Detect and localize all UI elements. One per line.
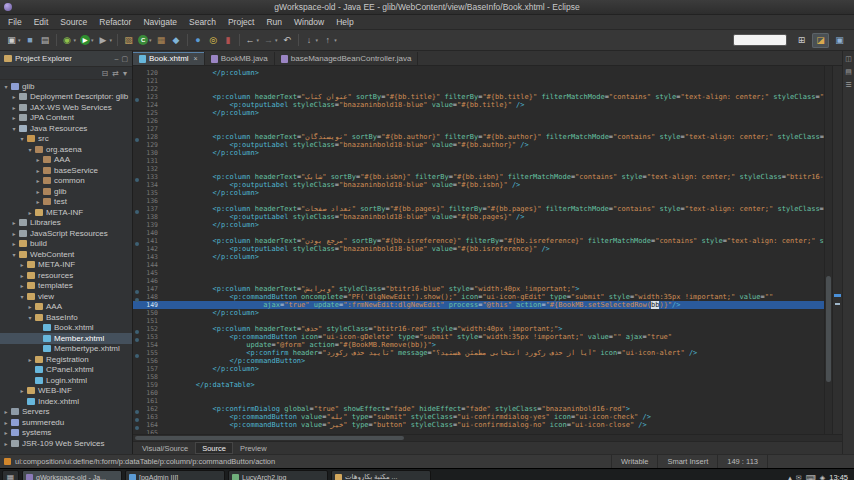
tree-item-libraries[interactable]: ▸Libraries xyxy=(0,218,132,229)
expand-arrow-icon[interactable]: ▸ xyxy=(10,93,18,100)
line-number[interactable]: 125 xyxy=(141,109,162,117)
forward-button[interactable]: →▾ xyxy=(261,32,280,48)
annotation-ruler-cell[interactable] xyxy=(133,397,141,405)
code-line-141[interactable]: 141 <p:column headerText="مرجع بودن" sor… xyxy=(133,237,824,245)
expand-arrow-icon[interactable]: ▾ xyxy=(26,314,34,321)
tree-item-registration[interactable]: ▸Registration xyxy=(0,354,132,365)
expand-arrow-icon[interactable]: ▸ xyxy=(34,198,42,205)
code-line-157[interactable]: 157 </p:column> xyxy=(133,365,824,373)
code-line-127[interactable]: 127 xyxy=(133,125,824,133)
menu-file[interactable]: File xyxy=(2,15,28,29)
quick-access-input[interactable] xyxy=(733,34,787,46)
code-line-143[interactable]: 143 </p:column> xyxy=(133,253,824,261)
tree-item-servers[interactable]: ▸Servers xyxy=(0,407,132,418)
view-menu-icon[interactable]: ▾ xyxy=(123,69,127,78)
code-line-154[interactable]: 154 update="@form" action="#{BookMB.Remo… xyxy=(133,341,824,349)
annotation-ruler-cell[interactable] xyxy=(133,389,141,397)
expand-arrow-icon[interactable]: ▾ xyxy=(10,251,18,258)
taskbar-item-gworkspace-old-ja[interactable]: gWorkspace-old - Ja... xyxy=(22,470,122,480)
menu-window[interactable]: Window xyxy=(288,15,330,29)
expand-arrow-icon[interactable]: ▾ xyxy=(18,135,26,142)
line-number[interactable]: 130 xyxy=(141,149,162,157)
insert-mode-indicator[interactable]: Smart Insert xyxy=(657,455,717,468)
annotation-ruler-cell[interactable] xyxy=(133,277,141,285)
annotation-ruler-cell[interactable] xyxy=(133,109,141,117)
expand-arrow-icon[interactable]: ▸ xyxy=(18,261,26,268)
annotation-ruler-cell[interactable] xyxy=(133,421,141,429)
coverage-button[interactable]: ▮ xyxy=(221,32,236,48)
line-number[interactable]: 158 xyxy=(141,373,162,381)
line-number[interactable]: 160 xyxy=(141,389,162,397)
code-line-162[interactable]: 162 <p:confirmDialog global="true" showE… xyxy=(133,405,824,413)
code-line-161[interactable]: 161 xyxy=(133,397,824,405)
project-explorer-header[interactable]: Project Explorer –▢ xyxy=(0,51,132,67)
tree-item-view[interactable]: ▾view xyxy=(0,291,132,302)
line-number[interactable]: 150 xyxy=(141,309,162,317)
tray-network-icon[interactable]: ◈ xyxy=(820,473,825,480)
overview-current-line-mark[interactable] xyxy=(834,294,841,297)
overview-occurrence-mark[interactable] xyxy=(835,303,840,305)
annotation-ruler-cell[interactable] xyxy=(133,157,141,165)
editor-mode-tab-visual-source[interactable]: Visual/Source xyxy=(135,442,195,454)
expand-arrow-icon[interactable]: ▾ xyxy=(26,146,34,153)
code-line-139[interactable]: 139 </p:column> xyxy=(133,221,824,229)
run-button[interactable]: ▶▾ xyxy=(78,32,96,48)
code-line-160[interactable]: 160 xyxy=(133,389,824,397)
tree-item-meta-inf[interactable]: ▸META-INF xyxy=(0,260,132,271)
overview-ruler[interactable] xyxy=(832,66,842,434)
line-number[interactable]: 131 xyxy=(141,157,162,165)
annotation-ruler-cell[interactable] xyxy=(133,205,141,213)
annotation-ruler-cell[interactable] xyxy=(133,413,141,421)
annotation-ruler-cell[interactable] xyxy=(133,253,141,261)
code-line-149[interactable]: 149 ajax="true" update=":frmNewEdit:dlgN… xyxy=(133,301,824,309)
tray-expand-icon[interactable]: ▴ xyxy=(788,473,792,480)
taskbar-item-window-3[interactable]: مكتبة بكاروهات ... xyxy=(331,470,431,480)
code-line-156[interactable]: 156 </p:commandButton> xyxy=(133,357,824,365)
tree-item-systems[interactable]: ▸systems xyxy=(0,428,132,439)
annotation-ruler-cell[interactable] xyxy=(133,301,141,309)
annotation-ruler-cell[interactable] xyxy=(133,77,141,85)
breadcrumb[interactable]: ui:composition/ui:define/h:form/p:dataTa… xyxy=(0,455,611,468)
tree-item-deployment-descriptor-glib[interactable]: ▸Deployment Descriptor: glib xyxy=(0,92,132,103)
editor-tab-bookmb-java[interactable]: BookMB.java xyxy=(205,52,275,65)
line-number[interactable]: 138 xyxy=(141,213,162,221)
expand-arrow-icon[interactable]: ▸ xyxy=(34,188,42,195)
tree-item-book-xhtml[interactable]: Book.xhtml xyxy=(0,323,132,334)
tree-item-jax-ws-web-services[interactable]: ▸JAX-WS Web Services xyxy=(0,102,132,113)
menu-help[interactable]: Help xyxy=(330,15,359,29)
expand-arrow-icon[interactable]: ▸ xyxy=(26,303,34,310)
line-number[interactable]: 159 xyxy=(141,381,162,389)
line-number[interactable]: 146 xyxy=(141,277,162,285)
code-line-140[interactable]: 140 xyxy=(133,229,824,237)
tree-item-resources[interactable]: ▸resources xyxy=(0,270,132,281)
perspective-java-button[interactable]: ▣ xyxy=(831,33,848,48)
tray-keyboard-icon[interactable]: ⌨ xyxy=(806,473,816,480)
code-line-135[interactable]: 135 </p:column> xyxy=(133,189,824,197)
expand-arrow-icon[interactable]: ▸ xyxy=(18,387,26,394)
annotation-ruler-cell[interactable] xyxy=(133,173,141,181)
annotation-ruler-cell[interactable] xyxy=(133,381,141,389)
line-number[interactable]: 157 xyxy=(141,365,162,373)
horizontal-scrollbar[interactable] xyxy=(133,434,842,441)
annotation-ruler-cell[interactable] xyxy=(133,405,141,413)
code-line-152[interactable]: 152 <p:column headerText="حذف" styleClas… xyxy=(133,325,824,333)
menu-project[interactable]: Project xyxy=(222,15,260,29)
line-number[interactable]: 151 xyxy=(141,317,162,325)
minimize-view-icon[interactable]: – xyxy=(114,55,118,63)
line-number[interactable]: 123 xyxy=(141,93,162,101)
annotation-ruler-cell[interactable] xyxy=(133,125,141,133)
external-tools-button[interactable]: ▶▾ xyxy=(96,32,115,48)
taskbar-item-lucyarch2-jpg[interactable]: LucyArch2.jpg xyxy=(228,470,328,480)
expand-arrow-icon[interactable]: ▸ xyxy=(10,114,18,121)
code-line-137[interactable]: 137 <p:column headerText="تعداد صفحات" s… xyxy=(133,205,824,213)
code-line-123[interactable]: 123 <p:column headerText="عنوان كتاب" so… xyxy=(133,93,824,101)
tree-item-summeredu[interactable]: ▸summeredu xyxy=(0,417,132,428)
line-number[interactable]: 136 xyxy=(141,197,162,205)
expand-arrow-icon[interactable]: ▸ xyxy=(18,282,26,289)
tree-item-jsr-109-web-services[interactable]: ▸JSR-109 Web Services xyxy=(0,438,132,449)
code-line-155[interactable]: 155 <p:confirm header="تأیید حذف رکورد" … xyxy=(133,349,824,357)
editor-tab-book-xhtml[interactable]: Book.xhtml× xyxy=(133,52,205,65)
collapse-all-icon[interactable]: ⊟ xyxy=(102,69,109,78)
tree-item-org-asena[interactable]: ▾org.asena xyxy=(0,144,132,155)
code-line-126[interactable]: 126 xyxy=(133,117,824,125)
